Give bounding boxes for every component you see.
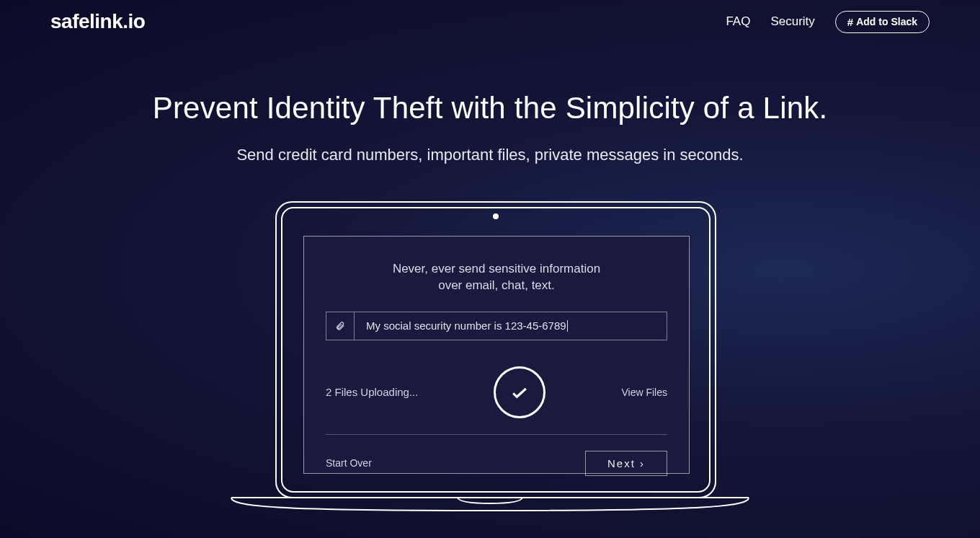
hero-title: Prevent Identity Theft with the Simplici…	[0, 91, 980, 125]
secret-input-value: My social security number is 123-45-6789	[366, 319, 566, 332]
attach-file-button[interactable]	[326, 312, 355, 340]
slack-button-label: Add to Slack	[856, 16, 917, 27]
nav-link-faq[interactable]: FAQ	[726, 14, 750, 29]
checkmark-icon	[509, 382, 530, 403]
svg-point-2	[494, 214, 498, 219]
hero-subtitle: Send credit card numbers, important file…	[0, 146, 980, 164]
add-to-slack-button[interactable]: # Add to Slack	[835, 11, 930, 33]
input-row: My social security number is 123-45-6789	[326, 312, 667, 340]
screen-title: Never, ever send sensitive information o…	[326, 261, 667, 294]
upload-status: 2 Files Uploading...	[326, 386, 418, 398]
header: safelink.io FAQ Security # Add to Slack	[0, 0, 980, 33]
app-screen: Never, ever send sensitive information o…	[303, 236, 690, 474]
divider	[326, 434, 667, 435]
view-files-link[interactable]: View Files	[621, 387, 667, 398]
nav-link-security[interactable]: Security	[770, 14, 814, 29]
screen-footer: Start Over Next ›	[326, 451, 667, 476]
start-over-link[interactable]: Start Over	[326, 457, 372, 469]
next-button[interactable]: Next ›	[585, 451, 667, 476]
logo[interactable]: safelink.io	[50, 10, 145, 33]
paperclip-icon	[335, 319, 345, 332]
slack-icon: #	[847, 16, 853, 28]
hero: Prevent Identity Theft with the Simplici…	[0, 91, 980, 164]
upload-row: 2 Files Uploading... View Files	[326, 366, 667, 418]
upload-check-circle	[494, 366, 545, 418]
secret-input[interactable]: My social security number is 123-45-6789	[355, 312, 667, 340]
laptop-illustration: Never, ever send sensitive information o…	[227, 199, 753, 513]
nav: FAQ Security # Add to Slack	[726, 11, 930, 33]
text-cursor	[567, 320, 568, 332]
